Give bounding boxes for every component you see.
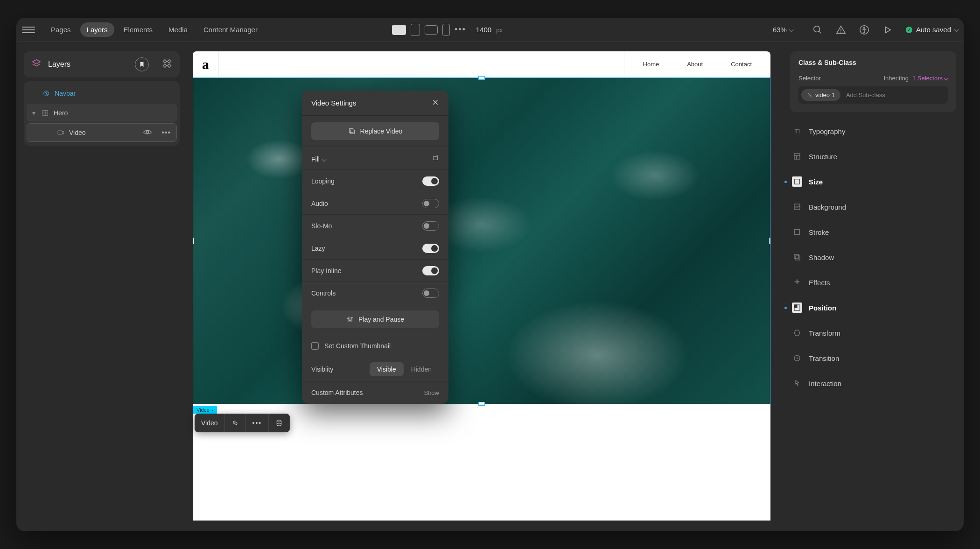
close-icon[interactable] <box>432 99 439 108</box>
device-desktop-icon[interactable] <box>392 25 406 35</box>
site-nav-links: Home About Contact <box>624 51 770 77</box>
more-icon[interactable]: ••• <box>161 128 171 137</box>
class-chip[interactable]: video 1 <box>801 89 840 101</box>
layer-hero[interactable]: ▾ Hero <box>27 104 177 122</box>
visibility-icon[interactable] <box>143 127 152 138</box>
popover-title: Video Settings <box>311 99 356 107</box>
play-preview-icon[interactable] <box>882 25 893 35</box>
database-icon[interactable] <box>269 414 290 432</box>
fill-label: Fill <box>311 155 320 163</box>
section-size[interactable]: Size <box>790 169 956 194</box>
section-interaction[interactable]: Interaction <box>790 371 956 396</box>
tab-media[interactable]: Media <box>162 22 194 37</box>
section-shadow[interactable]: Shadow <box>790 245 956 270</box>
section-transition[interactable]: Transition <box>790 345 956 371</box>
play-inline-toggle[interactable] <box>422 266 439 275</box>
lazy-row: Lazy <box>302 237 448 259</box>
svg-rect-40 <box>794 305 797 308</box>
svg-rect-6 <box>163 60 167 63</box>
section-stroke[interactable]: Stroke <box>790 219 956 245</box>
lazy-toggle[interactable] <box>422 244 439 253</box>
transform-icon <box>792 328 802 338</box>
caret-down-icon[interactable]: ▾ <box>32 109 37 117</box>
more-options-icon[interactable]: ••• <box>246 414 269 432</box>
layer-navbar[interactable]: Navbar <box>24 84 180 103</box>
svg-line-1 <box>819 31 821 33</box>
selection-tag[interactable]: Video <box>193 406 217 414</box>
site-navbar: a Home About Contact <box>193 51 770 77</box>
position-icon <box>792 303 802 313</box>
chevron-down-icon <box>789 28 793 32</box>
canvas-width[interactable]: 1400 px <box>476 26 503 34</box>
tab-layers[interactable]: Layers <box>80 22 114 37</box>
custom-attributes-row: Custom Attributes Show <box>302 381 448 404</box>
add-subclass-input[interactable]: Add Sub-class <box>846 92 885 99</box>
visibility-hidden[interactable]: Hidden <box>404 362 439 376</box>
search-icon[interactable] <box>812 25 823 35</box>
nav-link-about[interactable]: About <box>687 61 703 68</box>
link-icon[interactable] <box>225 414 246 432</box>
tab-elements[interactable]: Elements <box>117 22 160 37</box>
canvas[interactable]: a Home About Contact Video <box>193 51 770 521</box>
class-chip-icon <box>807 92 812 98</box>
layer-navbar-label: Navbar <box>55 90 76 97</box>
bookmark-icon[interactable] <box>135 57 149 71</box>
zoom-control[interactable]: 63% <box>773 26 793 34</box>
aspect-icon[interactable] <box>432 155 439 164</box>
layer-video[interactable]: Video ••• <box>27 123 177 142</box>
audio-toggle[interactable] <box>422 199 439 208</box>
components-icon[interactable] <box>162 58 172 70</box>
resize-handle-bottom[interactable] <box>478 402 485 406</box>
right-panel: Class & Sub-Class Selector Inheriting 1 … <box>790 51 956 396</box>
effects-icon <box>792 277 802 288</box>
expand-icon[interactable] <box>940 58 948 67</box>
section-effects[interactable]: Effects <box>790 270 956 295</box>
device-more-icon[interactable]: ••• <box>455 25 466 35</box>
svg-rect-21 <box>433 157 437 160</box>
left-panel: Layers Navbar ▾ Hero Video ••• <box>24 51 180 146</box>
thumbnail-checkbox[interactable] <box>311 342 319 350</box>
section-position[interactable]: Position <box>790 295 956 320</box>
tab-pages[interactable]: Pages <box>44 22 77 37</box>
visibility-visible[interactable]: Visible <box>370 362 404 376</box>
device-phone-icon[interactable] <box>442 24 450 36</box>
svg-point-3 <box>840 32 841 32</box>
device-tablet-portrait-icon[interactable] <box>411 24 420 36</box>
shadow-icon <box>792 252 802 262</box>
popover-header: Video Settings <box>302 91 448 116</box>
resize-handle-left[interactable] <box>193 238 194 244</box>
nav-link-home[interactable]: Home <box>643 61 659 68</box>
selectors-count[interactable]: 1 Selectors <box>912 75 948 82</box>
layers-title: Layers <box>48 60 70 69</box>
replace-video-button[interactable]: Replace Video <box>311 122 439 140</box>
section-structure[interactable]: Structure <box>790 144 956 169</box>
floating-toolbar-label[interactable]: Video <box>195 414 225 432</box>
video-element[interactable]: Video <box>193 77 770 404</box>
section-transform[interactable]: Transform <box>790 320 956 345</box>
resize-handle-right[interactable] <box>769 238 770 244</box>
nav-link-contact[interactable]: Contact <box>731 61 752 68</box>
canvas-width-unit: px <box>496 27 503 34</box>
accessibility-icon[interactable] <box>859 25 869 35</box>
class-chip-row: video 1 Add Sub-class <box>798 86 948 104</box>
svg-rect-34 <box>795 179 800 184</box>
custom-attributes-show[interactable]: Show <box>424 389 439 396</box>
svg-rect-36 <box>795 230 800 235</box>
hamburger-menu-icon[interactable] <box>22 27 35 33</box>
section-typography[interactable]: Typography <box>790 119 956 144</box>
device-tablet-landscape-icon[interactable] <box>425 25 438 35</box>
fill-mode-row[interactable]: Fill <box>302 149 448 169</box>
slomo-toggle[interactable] <box>422 221 439 231</box>
looping-row: Looping <box>302 169 448 192</box>
looping-toggle[interactable] <box>422 176 439 186</box>
play-pause-button[interactable]: Play and Pause <box>311 310 439 328</box>
warning-icon[interactable] <box>836 25 846 35</box>
tab-content-manager[interactable]: Content Manager <box>197 22 264 37</box>
controls-toggle[interactable] <box>422 289 439 298</box>
site-logo[interactable]: a <box>193 51 219 77</box>
topbar: Pages Layers Elements Media Content Mana… <box>16 18 964 42</box>
section-background[interactable]: Background <box>790 194 956 219</box>
slomo-label: Slo-Mo <box>311 222 332 230</box>
class-chip-label: video 1 <box>815 92 835 99</box>
save-status[interactable]: Auto saved <box>906 26 958 34</box>
